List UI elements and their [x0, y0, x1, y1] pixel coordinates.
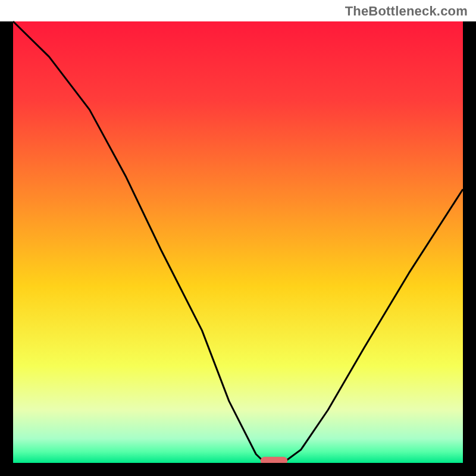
gradient-background: [13, 21, 463, 463]
bottleneck-chart: [0, 0, 476, 476]
chart-container: TheBottleneck.com: [0, 0, 476, 476]
frame-right: [463, 21, 476, 476]
watermark-text: TheBottleneck.com: [345, 4, 468, 19]
frame-left: [0, 21, 13, 476]
frame-bottom: [0, 463, 476, 476]
